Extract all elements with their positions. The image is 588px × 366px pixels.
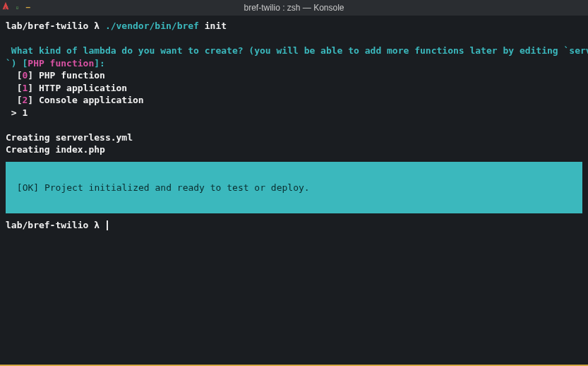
cursor-icon [107, 220, 108, 230]
ok-banner: [OK] Project initialized and ready to te… [6, 162, 582, 213]
question-text: What kind of lambda do you want to creat… [6, 45, 588, 56]
command-part1: ./vendor/bin/bref [105, 20, 199, 31]
prompt-line-1: lab/bref-twilio λ ./vendor/bin/bref init [6, 20, 582, 33]
question-suffix: ]: [94, 58, 105, 69]
blank-line [6, 33, 582, 45]
question-line-1: What kind of lambda do you want to creat… [6, 45, 582, 57]
ok-blank-bottom [11, 194, 577, 206]
blank-line-2 [6, 119, 582, 131]
prompt-symbol-2: λ [88, 220, 104, 230]
question-prefix: `) [ [6, 58, 28, 69]
question-default: PHP function [28, 58, 94, 69]
prompt-symbol: λ [88, 20, 104, 31]
maximize-icon[interactable]: ▫ [16, 5, 19, 11]
prompt-line-2: lab/bref-twilio λ [6, 219, 582, 232]
prompt-path: lab/bref-twilio [6, 20, 88, 31]
window-title: bref-twilio : zsh — Konsole [244, 3, 344, 13]
question-line-2: `) [PHP function]: [6, 57, 582, 70]
titlebar: ✕ ▫ — bref-twilio : zsh — Konsole [0, 0, 588, 16]
answer-line: > 1 [6, 107, 582, 119]
minimize-icon[interactable]: — [26, 4, 30, 11]
app-logo-icon [1, 1, 11, 11]
option-1: [1] HTTP application [6, 82, 582, 95]
creating-line-2: Creating index.php [6, 143, 582, 156]
terminal-area[interactable]: lab/bref-twilio λ ./vendor/bin/bref init… [0, 16, 588, 235]
ok-message: [OK] Project initialized and ready to te… [11, 182, 577, 194]
ok-blank-top [11, 169, 577, 182]
creating-line-1: Creating serverless.yml [6, 131, 582, 144]
command-part2: init [199, 20, 227, 31]
prompt-path-2: lab/bref-twilio [6, 220, 88, 230]
option-2: [2] Console application [6, 94, 582, 107]
option-0: [0] PHP function [6, 69, 582, 82]
